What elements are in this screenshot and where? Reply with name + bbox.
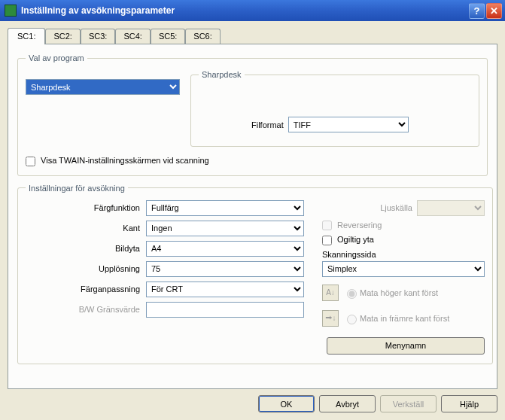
program-group-legend: Val av program [26, 53, 87, 62]
dialog-buttons: OK Avbryt Verkställ Hjälp [8, 389, 497, 412]
program-group: Val av program Sharpdesk Sharpdesk Filfo… [17, 53, 488, 176]
scanpage-select[interactable]: Simplex [322, 261, 485, 277]
edge-label: Kant [26, 224, 146, 233]
close-button[interactable]: ✕ [486, 3, 502, 19]
tab-sc1[interactable]: SC1: [8, 28, 45, 44]
colormatch-label: Färganpassning [26, 285, 146, 294]
tab-sc2[interactable]: SC2: [45, 29, 80, 44]
menuname-button[interactable]: Menynamn [327, 337, 485, 355]
orientation-icon-a: A↓ [322, 285, 339, 301]
scan-settings-group: Inställningar för avsökning Färgfunktion… [17, 184, 493, 364]
sharpdesk-group: Sharpdesk Filformat TIFF [190, 70, 479, 147]
tab-sc5[interactable]: SC5: [151, 29, 185, 44]
area-select[interactable]: A4 [146, 241, 304, 257]
lightsource-label: Ljuskälla [322, 203, 417, 212]
color-select[interactable]: Fullfärg [146, 200, 304, 216]
fileformat-select[interactable]: TIFF [288, 117, 409, 132]
invalid-area-checkbox[interactable] [322, 236, 332, 245]
feed-front-label: Mata in främre kant först [360, 314, 449, 323]
tab-sc4[interactable]: SC4: [115, 29, 150, 44]
ok-button[interactable]: OK [258, 395, 315, 412]
window-title: Inställning av avsökningsparameter [21, 5, 175, 16]
reverse-checkbox [322, 221, 332, 230]
resolution-select[interactable]: 75 [146, 261, 304, 277]
cancel-button[interactable]: Avbryt [319, 395, 376, 412]
title-bar: Inställning av avsökningsparameter ? ✕ [0, 0, 505, 21]
tab-sc6[interactable]: SC6: [185, 29, 220, 44]
feed-right-radio [347, 289, 357, 299]
twain-checkbox-label[interactable]: Visa TWAIN-inställningsskärmen vid scann… [26, 156, 209, 165]
tab-strip: SC1: SC2: SC3: SC4: SC5: SC6: [8, 27, 497, 44]
apply-button: Verkställ [380, 395, 437, 412]
resolution-label: Upplösning [26, 264, 146, 273]
reverse-checkbox-label: Reversering [322, 221, 382, 231]
orientation-icon-b: ⮕↓ [322, 310, 339, 327]
tab-sc3[interactable]: SC3: [81, 29, 115, 44]
scanpage-label: Skanningssida [322, 250, 485, 259]
app-icon [5, 5, 17, 17]
area-label: Bildyta [26, 244, 146, 253]
twain-checkbox[interactable] [26, 157, 35, 166]
feed-right-label: Mata höger kant först [360, 288, 438, 297]
bw-threshold-label: B/W Gränsvärde [26, 305, 146, 314]
feed-front-radio [347, 315, 357, 324]
bw-threshold-input [146, 302, 304, 318]
edge-select[interactable]: Ingen [146, 221, 304, 236]
lightsource-select [417, 200, 485, 216]
colormatch-select[interactable]: För CRT [146, 282, 304, 297]
sharpdesk-group-legend: Sharpdesk [199, 70, 245, 79]
help-button-bottom[interactable]: Hjälp [441, 395, 497, 412]
program-select[interactable]: Sharpdesk [26, 79, 180, 95]
tab-panel: Val av program Sharpdesk Sharpdesk Filfo… [8, 44, 497, 389]
invalid-area-checkbox-label[interactable]: Ogiltig yta [322, 235, 374, 245]
help-button[interactable]: ? [469, 3, 485, 19]
scan-settings-legend: Inställningar för avsökning [26, 184, 128, 193]
fileformat-label: Filformat [251, 120, 288, 129]
color-label: Färgfunktion [26, 203, 146, 212]
